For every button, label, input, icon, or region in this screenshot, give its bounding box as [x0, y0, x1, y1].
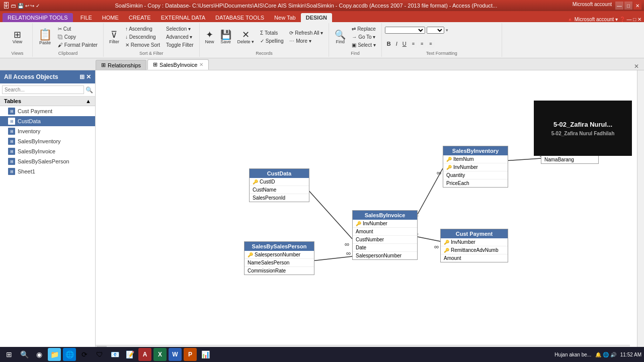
app6[interactable]: 📝: [123, 348, 136, 361]
sidebar-item-salesbyinventory[interactable]: ⊞ SalesByInventory: [0, 136, 95, 146]
paste-button[interactable]: 📋 Paste: [36, 28, 54, 47]
sidebar-item-sheet1[interactable]: ⊞ Sheet1: [0, 166, 95, 176]
app4[interactable]: 🛡: [93, 348, 106, 361]
table-custdata[interactable]: CustData 🔑 CustID CustName SalesPersonId: [249, 168, 309, 202]
font-family-select[interactable]: [385, 27, 425, 34]
weather-text: Hujan akan be...: [554, 352, 591, 357]
sidebar-title: All Access Objects: [4, 73, 58, 80]
word-app[interactable]: W: [169, 348, 182, 361]
align-center-button[interactable]: ≡: [418, 40, 426, 48]
italic-button[interactable]: I: [394, 40, 399, 48]
selection-button[interactable]: Selection ▾: [164, 25, 196, 33]
table-salesbyinventory[interactable]: SalesByInventory 🔑 ItemNum 🔑 InvNumber Q…: [443, 146, 508, 188]
select-button[interactable]: ▣ Select ▾: [349, 41, 378, 49]
file-explorer-app[interactable]: 📁: [48, 348, 61, 361]
advanced-button[interactable]: Advanced ▾: [164, 33, 196, 41]
tables-section-expand[interactable]: ▲: [86, 98, 91, 104]
video-thumbnail[interactable]: 5-02_Zafira Nurul... 5-02_Zafira Nurul F…: [534, 101, 632, 156]
sidebar-item-label: SalesByInventory: [18, 138, 61, 144]
font-size-select[interactable]: [427, 27, 444, 34]
sidebar-item-cust-payment[interactable]: ⊞ Cust Payment: [0, 106, 95, 116]
start-button[interactable]: ⊞: [3, 348, 16, 361]
table-icon: ⊞: [8, 138, 15, 145]
goto-button[interactable]: → Go To ▾: [349, 33, 378, 41]
custpayment-row-invnum: 🔑 InvNumber: [441, 238, 508, 246]
vertical-scrollbar[interactable]: [637, 70, 644, 352]
tab-create[interactable]: CREATE: [124, 13, 156, 22]
salesbysalesperson-row-commission: CommissionRate: [245, 267, 314, 275]
table-custpayment[interactable]: Cust Payment 🔑 InvNumber 🔑 RemittanceAdv…: [440, 229, 508, 262]
clipboard-label: Clipboard: [58, 50, 78, 56]
powerpoint-app[interactable]: P: [184, 348, 197, 361]
custdata-row-salespersonid: SalesPersonId: [250, 194, 309, 202]
new-record-button[interactable]: ✦ New: [203, 29, 217, 46]
ascending-button[interactable]: ↑ Ascending: [123, 25, 163, 33]
svg-line-0: [307, 189, 352, 239]
view-button[interactable]: ⊞ View: [10, 29, 25, 46]
bold-button[interactable]: B: [385, 40, 393, 48]
close-button[interactable]: ✕: [633, 2, 641, 10]
more-button[interactable]: ⋯ More ▾: [287, 37, 326, 45]
descending-button[interactable]: ↓ Descending: [123, 33, 163, 41]
totals-button[interactable]: Σ Totals: [258, 29, 286, 37]
remove-sort-button[interactable]: ✕ Remove Sort: [123, 41, 163, 49]
find-button[interactable]: 🔍 Find: [332, 29, 348, 46]
cut-button[interactable]: ✂ Cut: [55, 25, 100, 33]
tab-design[interactable]: DESIGN: [301, 13, 332, 22]
align-right-button[interactable]: ≡: [427, 40, 434, 48]
sidebar: All Access Objects ⊞ ✕ 🔍 Tables ▲ ⊞ Cust…: [0, 70, 96, 352]
custpayment-row-remittance: 🔑 RemittanceAdvNumb: [441, 246, 508, 254]
search-icon: 🔍: [86, 86, 93, 94]
ribbon-group-clipboard: 📋 Paste ✂ Cut ⿻ Copy 🖌 Format Painter Cl…: [33, 23, 104, 57]
search-input[interactable]: [2, 85, 84, 94]
save-button[interactable]: 💾 Save: [218, 29, 234, 46]
tab-database-tools[interactable]: DATABASE TOOLS: [210, 13, 269, 22]
search-button[interactable]: 🔍: [18, 348, 31, 361]
delete-button[interactable]: ✕ Delete ▾: [235, 29, 257, 46]
table-salesbyinvoice[interactable]: SalesByInvoice 🔑 InvNumber Amount CustNu…: [352, 210, 418, 260]
tab-relationships[interactable]: ⊞ Relationships: [96, 60, 146, 70]
excel-app[interactable]: X: [153, 348, 167, 361]
tab-salesbyinvoice[interactable]: ⊞ SalesByInvoice ✕: [147, 59, 209, 70]
svg-text:∞: ∞: [346, 249, 351, 257]
table-salesbysalesperson[interactable]: SalesBySalesPerson 🔑 SalespersonNumber N…: [244, 241, 314, 275]
align-left-button[interactable]: ≡: [410, 40, 417, 48]
refresh-all-button[interactable]: ⟳ Refresh All ▾: [287, 29, 326, 37]
replace-button[interactable]: ⇄ Replace: [349, 25, 378, 33]
underline-button[interactable]: U: [400, 40, 409, 48]
spelling-button[interactable]: ✓ Spelling: [258, 37, 286, 45]
app-misc[interactable]: 📊: [199, 348, 212, 361]
system-icons: 🔔 🌐 🔊: [595, 352, 616, 357]
sidebar-controls: ⊞ ✕: [79, 73, 91, 80]
salesbyinvoice-tab-close[interactable]: ✕: [199, 62, 203, 67]
format-painter-button[interactable]: 🖌 Format Painter: [55, 41, 100, 49]
sidebar-header: All Access Objects ⊞ ✕: [0, 70, 95, 83]
app3[interactable]: ⟳: [78, 348, 91, 361]
tab-new-tab[interactable]: New Tab: [269, 13, 301, 22]
copy-button[interactable]: ⿻ Copy: [55, 33, 100, 41]
sidebar-item-salesbyinvoice[interactable]: ⊞ SalesByInvoice: [0, 146, 95, 156]
close-nav-icon[interactable]: ✕: [634, 63, 639, 70]
svg-text:∞: ∞: [345, 240, 349, 248]
sidebar-item-inventory[interactable]: ⊞ Inventory: [0, 126, 95, 136]
inventory-row-namabarang: NamaBarang: [541, 156, 598, 163]
diagram-area[interactable]: 1 ∞ 1 ∞ 1 ∞ ∞ 1 1 ∞ Cu: [96, 70, 637, 352]
toggle-filter-button[interactable]: Toggle Filter: [164, 41, 196, 49]
sidebar-item-salesbysalesperson[interactable]: ⊞ SalesBySalesPerson: [0, 156, 95, 166]
salesbyinventory-row-priceeach: PriceEach: [443, 179, 508, 187]
minimize-button[interactable]: —: [615, 2, 623, 10]
tab-external-data[interactable]: EXTERNAL DATA: [156, 13, 210, 22]
app5[interactable]: 📧: [108, 348, 121, 361]
task-view-button[interactable]: ◉: [33, 348, 46, 361]
maximize-button[interactable]: □: [624, 2, 632, 10]
key-icon: 🔑: [444, 240, 449, 245]
tab-file[interactable]: FILE: [75, 13, 97, 22]
tab-home[interactable]: HOME: [97, 13, 124, 22]
filter-button[interactable]: ⊽ Filter: [107, 29, 122, 46]
edge-app[interactable]: 🌐: [63, 348, 76, 361]
tables-section-label: Tables: [4, 98, 21, 104]
access-app[interactable]: A: [138, 348, 151, 361]
video-subtitle: 5-02_Zafira Nurul Fadhilah: [551, 131, 615, 136]
sidebar-item-label: SalesBySalesPerson: [18, 158, 69, 164]
sidebar-item-custdata[interactable]: ⊞ CustData: [0, 116, 95, 126]
